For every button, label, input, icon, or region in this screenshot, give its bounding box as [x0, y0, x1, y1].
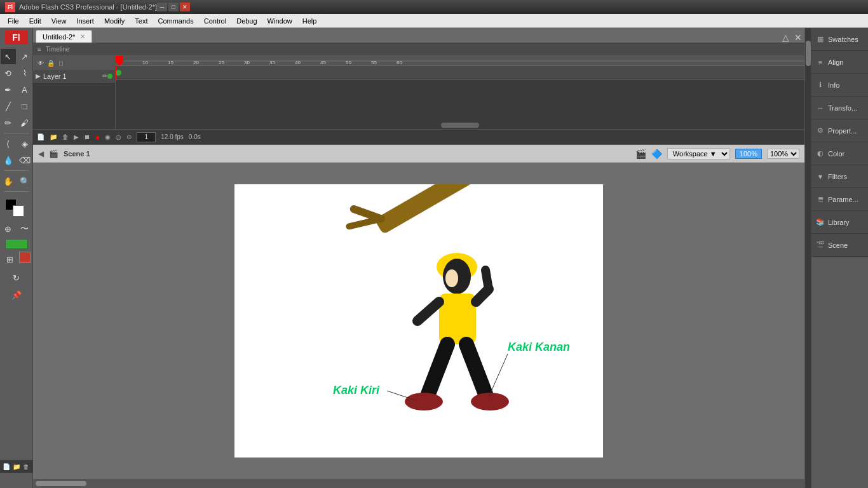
text-tool[interactable]: A: [17, 82, 32, 97]
tab-close-button[interactable]: ✕: [80, 33, 85, 40]
rect-tool[interactable]: □: [17, 98, 32, 114]
menu-modify[interactable]: Modify: [99, 16, 130, 26]
arrow-tool[interactable]: ↖: [1, 49, 16, 64]
panel-transform[interactable]: ↔ Transfo...: [811, 97, 868, 119]
flash-canvas: Kaki Kiri Kaki Kanan: [234, 184, 603, 458]
pencil-tool[interactable]: ✏: [1, 115, 16, 130]
close-button[interactable]: ✕: [180, 3, 190, 11]
scene-nav-icon[interactable]: ◀: [38, 149, 44, 158]
window-controls[interactable]: ─ □ ✕: [157, 3, 190, 11]
scene-icon: 🎬: [49, 149, 58, 158]
timeline-hscroll[interactable]: [116, 121, 804, 129]
menu-commands[interactable]: Commands: [153, 16, 198, 26]
properties-label: Propert...: [828, 127, 857, 135]
document-tab[interactable]: Untitled-2* ✕: [36, 30, 92, 43]
canvas-vscrollbar[interactable]: [804, 28, 811, 488]
svg-text:Kaki Kiri: Kaki Kiri: [333, 384, 380, 396]
tl-onion2-icon[interactable]: ◎: [116, 133, 121, 140]
panel-swatches[interactable]: ▦ Swatches: [811, 28, 868, 51]
menu-text[interactable]: Text: [130, 16, 153, 26]
svg-text:20: 20: [193, 60, 199, 65]
tl-folder-icon[interactable]: 📁: [50, 133, 57, 140]
panel-info[interactable]: ℹ Info: [811, 74, 868, 97]
green-display: [5, 239, 28, 249]
keyframe-1[interactable]: [116, 70, 121, 76]
scene-panel-label: Scene: [828, 241, 848, 249]
free-transform-tool[interactable]: ⟲: [1, 65, 16, 81]
maximize-button[interactable]: □: [168, 3, 179, 11]
zoom-select[interactable]: 100% 50% 200%: [767, 149, 799, 159]
menu-help[interactable]: Help: [297, 16, 322, 26]
tab-close-all-button[interactable]: ✕: [794, 32, 802, 43]
panel-filters[interactable]: ▼ Filters: [811, 165, 868, 188]
zoom-tool[interactable]: 🔍: [17, 173, 32, 189]
canvas-hscrollbar[interactable]: [33, 479, 804, 488]
pen-tool[interactable]: ✒: [1, 82, 16, 97]
subselect-tool[interactable]: ↗: [17, 49, 32, 64]
menubar: File Edit View Insert Modify Text Comman…: [0, 14, 868, 28]
tl-play-icon[interactable]: ▶: [74, 133, 79, 140]
menu-debug[interactable]: Debug: [231, 16, 262, 26]
pin-tool[interactable]: 📌: [9, 287, 24, 302]
canvas-hscroll-thumb: [36, 481, 86, 486]
timeline-header: ≡ Timeline: [33, 43, 804, 56]
edit-symbols-icon[interactable]: 🔷: [651, 149, 662, 159]
tl-onion3-icon[interactable]: ⊙: [126, 133, 132, 140]
svg-text:Kaki Kanan: Kaki Kanan: [508, 341, 570, 353]
tl-stop-icon[interactable]: ⏹: [84, 133, 90, 140]
tool-extra-1[interactable]: ⊞: [3, 252, 18, 267]
tabbar: Untitled-2* ✕ △ ✕: [33, 28, 804, 43]
eyedropper-tool[interactable]: 💧: [1, 152, 16, 168]
panel-scene[interactable]: 🎬 Scene: [811, 234, 868, 257]
svg-text:35: 35: [269, 60, 275, 65]
layer-row[interactable]: ▶ Layer 1 ✏: [33, 70, 115, 83]
eraser-tool[interactable]: ⌫: [17, 152, 32, 168]
panel-properties[interactable]: ⚙ Propert...: [811, 119, 868, 142]
color-swatch-area: [5, 196, 28, 219]
tl-add-icon[interactable]: 📄: [37, 133, 44, 140]
lasso-tool[interactable]: ⌇: [17, 65, 32, 81]
brush-tool[interactable]: 🖌: [17, 115, 32, 130]
tab-expand-button[interactable]: △: [782, 32, 789, 43]
tl-onion-icon[interactable]: ◉: [105, 133, 111, 140]
menu-insert[interactable]: Insert: [71, 16, 99, 26]
canvas-svg: Kaki Kiri Kaki Kanan: [234, 184, 603, 458]
snap-tool[interactable]: ⊕: [1, 221, 16, 236]
color-label: Color: [828, 150, 844, 158]
panel-color[interactable]: ◐ Color: [811, 142, 868, 165]
center-area: Untitled-2* ✕ △ ✕ ≡ Timeline 👁 🔒 □: [33, 28, 804, 488]
info-label: Info: [828, 81, 839, 89]
tab-controls: △ ✕: [782, 32, 802, 43]
panel-parameters[interactable]: ≣ Parame...: [811, 188, 868, 211]
fill-color[interactable]: [13, 205, 24, 217]
timeline: ≡ Timeline 👁 🔒 □ ▶ Layer 1 ✏: [33, 43, 804, 145]
titlebar-text: Adobe Flash CS3 Professional - [Untitled…: [19, 3, 157, 11]
panel-library[interactable]: 📚 Library: [811, 211, 868, 234]
panel-align[interactable]: ≡ Align: [811, 51, 868, 74]
workspace-select[interactable]: Workspace ▼ Default Animator: [667, 148, 730, 159]
ink-bottle-tool[interactable]: ⟨: [1, 136, 16, 151]
menu-file[interactable]: File: [3, 16, 24, 26]
swatches-icon: ▦: [815, 34, 825, 44]
toolbar-separator-2: [4, 170, 29, 171]
layer-edit-icon[interactable]: ✏: [102, 72, 107, 79]
smooth-tool[interactable]: 〜: [17, 221, 32, 236]
line-tool[interactable]: ╱: [1, 98, 16, 114]
rotate-cw-tool[interactable]: ↻: [9, 270, 24, 285]
menu-control[interactable]: Control: [199, 16, 231, 26]
toolbar: Fl ↖ ↗ ⟲ ⌇ ✒ A ╱ □ ✏ 🖌 ⟨ ◈ 💧 ⌫: [0, 28, 33, 488]
menu-window[interactable]: Window: [262, 16, 297, 26]
edit-scene-icon[interactable]: 🎬: [635, 149, 646, 159]
paint-bucket-tool[interactable]: ◈: [17, 136, 32, 151]
frame-number-input[interactable]: 1: [137, 132, 156, 142]
tl-menu-icon[interactable]: ≡: [37, 46, 41, 53]
properties-icon: ⚙: [815, 126, 825, 136]
tl-delete-icon[interactable]: 🗑: [62, 133, 69, 140]
hand-tool[interactable]: ✋: [1, 173, 16, 189]
menu-view[interactable]: View: [46, 16, 72, 26]
svg-line-23: [485, 270, 489, 289]
fps-label: 12.0 fps: [161, 133, 184, 140]
menu-edit[interactable]: Edit: [24, 16, 46, 26]
minimize-button[interactable]: ─: [157, 3, 167, 11]
scene-panel-icon: 🎬: [815, 240, 825, 250]
